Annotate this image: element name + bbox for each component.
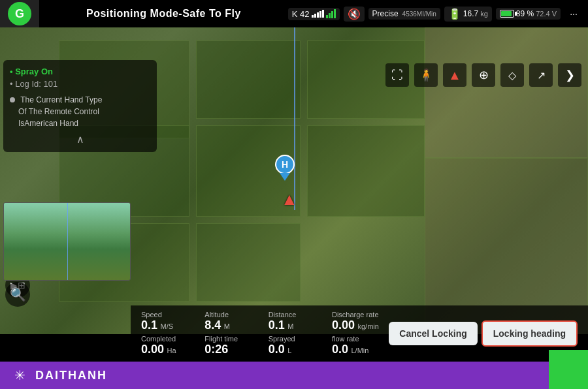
battery-body bbox=[500, 10, 514, 18]
surveyor-button[interactable]: ⛶ bbox=[385, 63, 409, 87]
marker-pin: H bbox=[274, 155, 295, 181]
sprayed-value: 0.0 bbox=[269, 343, 285, 356]
stats-bar: Speed 0.1 M/S Altitude 8.4 M Distance 0.… bbox=[131, 305, 588, 362]
field-2 bbox=[196, 40, 301, 119]
hand-type-info: The Current Hand Type Of The Remote Cont… bbox=[10, 94, 150, 129]
flight-value: 0:26 bbox=[204, 343, 228, 356]
distance-unit: M bbox=[287, 322, 293, 330]
field-9 bbox=[425, 27, 588, 158]
dot-icon bbox=[10, 97, 15, 102]
distance-label: Distance bbox=[269, 311, 319, 319]
weight-unit: kg bbox=[480, 10, 488, 18]
speed-label: 4536MI/Min bbox=[402, 10, 436, 18]
altitude-label: Altitude bbox=[204, 311, 255, 319]
gbar2 bbox=[329, 13, 331, 18]
discharge-label: Discharge rate bbox=[332, 311, 382, 319]
bar5 bbox=[322, 10, 324, 18]
home-marker[interactable]: H bbox=[274, 155, 295, 181]
left-panel: • Spray On • Log Id: 101 The Current Han… bbox=[3, 60, 157, 152]
flight-time-stat: Flight time 0:26 bbox=[204, 335, 255, 356]
battery-v: 72.4 V bbox=[536, 10, 557, 18]
distance-value-row: 0.1 M bbox=[269, 319, 319, 332]
bar2 bbox=[314, 14, 316, 18]
flow-unit: L/Min bbox=[351, 347, 368, 354]
cancel-locking-button[interactable]: Cancel Locking bbox=[389, 322, 477, 345]
more-button[interactable]: ··· bbox=[564, 5, 583, 23]
field-6 bbox=[307, 125, 425, 217]
flow-value: 0.0 bbox=[332, 343, 348, 356]
gbar1 bbox=[326, 15, 328, 18]
mute-icon: 🔇 bbox=[348, 8, 361, 20]
bar4 bbox=[319, 11, 321, 18]
completed-value-row: 0.00 Ha bbox=[141, 343, 191, 356]
spray-on-status: • Spray On bbox=[10, 67, 150, 76]
red-arrow-button[interactable]: ▲ bbox=[443, 63, 466, 87]
distance-value: 0.1 bbox=[269, 319, 285, 332]
precise-group: Precise 4536MI/Min bbox=[368, 8, 440, 20]
marker-circle: H bbox=[275, 155, 295, 174]
weight-value: 16.7 bbox=[463, 9, 478, 18]
chevron-button[interactable]: ❯ bbox=[558, 63, 581, 87]
app-title: Positioning Mode-Safe To Fly bbox=[39, 8, 288, 20]
logo-circle: G bbox=[8, 2, 31, 25]
drone-arrow-icon: ▲ bbox=[281, 189, 298, 209]
battery-fill bbox=[501, 11, 512, 16]
completed-value: 0.00 bbox=[141, 343, 164, 356]
zoom-in-icon: ⊕ bbox=[479, 68, 489, 82]
signal-k-value: K 42 bbox=[292, 9, 310, 19]
battery-icon-top: 🔋 bbox=[448, 8, 461, 20]
precise-label: Precise bbox=[372, 9, 399, 18]
mute-group: 🔇 bbox=[344, 7, 365, 22]
speed-label: Speed bbox=[141, 311, 191, 319]
path-icon: ↗ bbox=[537, 69, 546, 82]
log-id: • Log Id: 101 bbox=[10, 79, 150, 89]
weight-group: 🔋 16.7 kg bbox=[444, 7, 492, 22]
drone-marker: ▲ bbox=[281, 189, 298, 210]
flight-label: Flight time bbox=[204, 335, 255, 343]
person-button[interactable]: 🧍 bbox=[414, 63, 438, 87]
eraser-button[interactable]: ◇ bbox=[500, 63, 524, 87]
flow-label: flow rate bbox=[332, 335, 382, 343]
map-area[interactable]: ⛶ 🧍 ▲ ⊕ ◇ ↗ ❯ • Spray On • Log Id: 101 T… bbox=[0, 27, 588, 334]
bottom-bar: ✳ DAITHANH bbox=[0, 362, 588, 389]
marker-point bbox=[280, 173, 290, 181]
signal-bars bbox=[312, 10, 324, 18]
altitude-stat: Altitude 8.4 M bbox=[204, 311, 255, 332]
stats-grid: Speed 0.1 M/S Altitude 8.4 M Distance 0.… bbox=[141, 311, 382, 356]
bar3 bbox=[317, 12, 319, 18]
battery-pct: 89 % bbox=[516, 9, 534, 18]
flight-value-row: 0:26 bbox=[204, 343, 255, 356]
zoom-in-button[interactable]: ⊕ bbox=[472, 63, 495, 87]
green-decorative-circle bbox=[549, 350, 588, 389]
brand-name: DAITHANH bbox=[35, 369, 107, 382]
flow-rate-stat: flow rate 0.0 L/Min bbox=[332, 335, 382, 356]
battery-display bbox=[500, 10, 514, 18]
person-icon: 🧍 bbox=[419, 68, 433, 82]
sprayed-unit: L bbox=[287, 347, 291, 354]
mini-map-vertical-line bbox=[67, 203, 68, 280]
speed-value: 0.1 bbox=[141, 319, 157, 332]
chevron-right-icon: ❯ bbox=[565, 68, 575, 82]
logo-area: G bbox=[0, 0, 39, 27]
altitude-value-row: 8.4 M bbox=[204, 319, 255, 332]
zoom-button[interactable]: 🔍 bbox=[5, 282, 30, 307]
locking-heading-button[interactable]: Locking heading bbox=[482, 320, 578, 347]
path-button[interactable]: ↗ bbox=[529, 63, 553, 87]
speed-unit: M/S bbox=[160, 322, 173, 330]
sprayed-stat: Sprayed 0.0 L bbox=[269, 335, 319, 356]
eraser-icon: ◇ bbox=[508, 69, 516, 82]
signal-bars-2 bbox=[326, 9, 336, 18]
completed-stat: Completed 0.00 Ha bbox=[141, 335, 191, 356]
signal-group: K 42 bbox=[288, 8, 340, 20]
field-8 bbox=[196, 223, 301, 302]
speed-value-row: 0.1 M/S bbox=[141, 319, 191, 332]
discharge-value-row: 0.00 kg/min bbox=[332, 319, 382, 332]
gbar3 bbox=[331, 11, 333, 18]
completed-label: Completed bbox=[141, 335, 191, 343]
altitude-value: 8.4 bbox=[204, 319, 221, 332]
altitude-unit: M bbox=[224, 322, 230, 330]
mini-map[interactable] bbox=[3, 202, 131, 281]
discharge-value: 0.00 bbox=[332, 319, 355, 332]
collapse-button[interactable]: ∧ bbox=[10, 133, 150, 146]
discharge-unit: kg/min bbox=[357, 322, 378, 330]
